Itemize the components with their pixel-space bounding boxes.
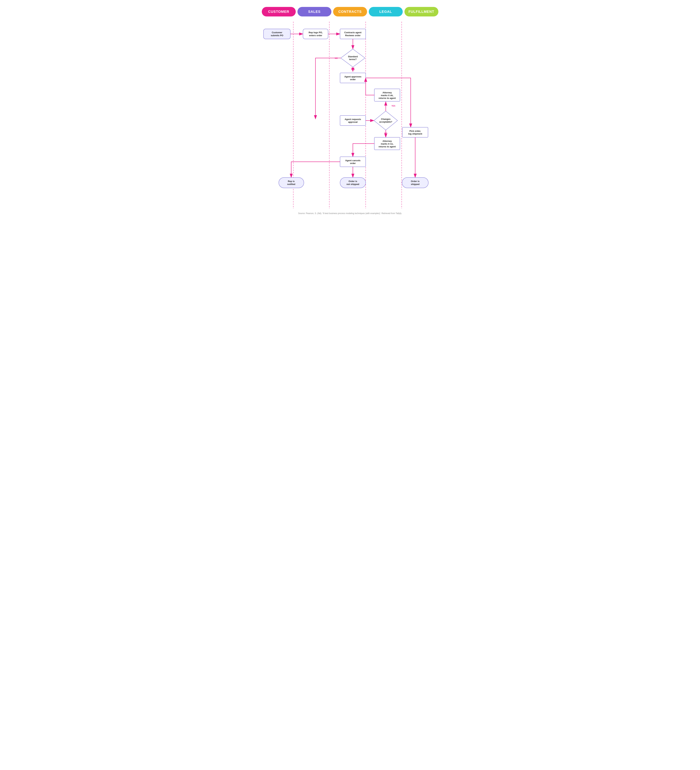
node-agent-requests-approval [340, 115, 366, 126]
svg-text:Rep logs PO,: Rep logs PO, [309, 31, 323, 34]
lane-header-sales: SALES [297, 7, 331, 16]
svg-text:submits PO: submits PO [271, 34, 283, 37]
lane-header-customer: CUSTOMER [262, 7, 296, 16]
svg-text:Agent cancels: Agent cancels [345, 159, 360, 162]
svg-text:Attorney: Attorney [383, 140, 392, 142]
svg-text:Reviews order: Reviews order [345, 34, 361, 37]
lane-header-fulfillment: FULFILLMENT [404, 7, 438, 16]
svg-text:Agent requests: Agent requests [344, 118, 361, 121]
svg-text:marks it no,: marks it no, [381, 142, 393, 145]
diagram-container: CUSTOMER SALES CONTRACTS LEGAL FULFILLME… [258, 0, 442, 225]
lane-header-contracts: CONTRACTS [333, 7, 367, 16]
arrow-no-to-requests [315, 58, 341, 119]
svg-text:Attorney: Attorney [383, 91, 392, 94]
svg-text:Changes: Changes [381, 118, 390, 120]
svg-text:not shipped: not shipped [346, 183, 359, 186]
svg-text:Order is: Order is [349, 180, 357, 183]
source-note: Source: Pearson, S. (Nd). '9 best busine… [262, 212, 438, 215]
svg-text:Pick order,: Pick order, [409, 130, 421, 132]
svg-text:returns to agent: returns to agent [378, 145, 396, 148]
arrow-attorney-no-to-cancel [353, 144, 374, 157]
svg-text:marks it ok,: marks it ok, [381, 94, 393, 97]
svg-text:enters order: enters order [309, 34, 322, 37]
svg-text:log shipment: log shipment [408, 133, 422, 135]
flowchart-svg: Customer submits PO Rep logs PO, enters … [262, 22, 438, 209]
node-agent-approves [340, 73, 366, 83]
svg-text:Order is: Order is [411, 180, 420, 183]
svg-text:order: order [350, 162, 356, 165]
node-agent-cancels [340, 157, 366, 167]
svg-text:notified: notified [287, 183, 295, 186]
svg-text:shipped: shipped [411, 183, 420, 186]
header-row: CUSTOMER SALES CONTRACTS LEGAL FULFILLME… [262, 7, 438, 16]
svg-text:Contracts agent: Contracts agent [344, 31, 362, 34]
svg-text:Standard: Standard [348, 55, 357, 58]
svg-text:acceptable?: acceptable? [379, 121, 392, 123]
label-customer-submits-po: Customer [272, 31, 282, 34]
arrow-attorney-ok-to-approve [366, 78, 374, 95]
svg-text:Rep is: Rep is [288, 180, 294, 183]
node-rep-logs-po [303, 29, 328, 39]
svg-text:approval: approval [348, 121, 357, 123]
svg-text:returns to agent: returns to agent [378, 97, 396, 99]
svg-text:order: order [350, 78, 356, 81]
lane-header-legal: LEGAL [369, 7, 403, 16]
label-yes-changes: YES [391, 105, 395, 107]
arrow-cancel-to-rep-notified [291, 162, 340, 178]
node-rep-notified [279, 178, 304, 188]
svg-text:terms?: terms? [349, 58, 357, 61]
node-pick-order [403, 127, 428, 138]
node-order-shipped [402, 178, 428, 188]
node-customer-submits-po [264, 29, 290, 39]
node-order-not-shipped [340, 178, 366, 188]
node-contracts-agent-reviews [340, 29, 366, 39]
svg-text:Agent approves: Agent approves [344, 75, 361, 78]
